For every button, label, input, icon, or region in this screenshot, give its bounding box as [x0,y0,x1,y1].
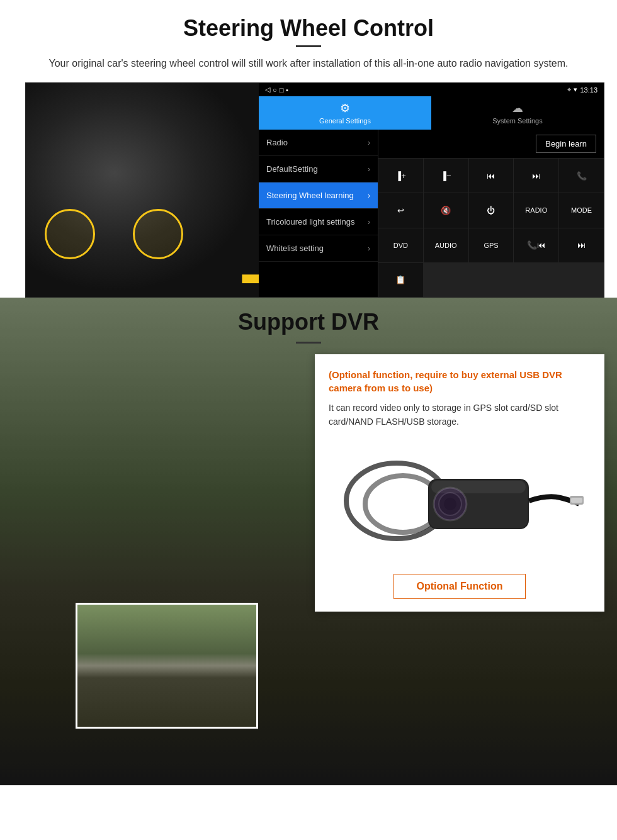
next-track-button[interactable]: ⏭ [514,159,558,193]
power-icon: ⏻ [487,206,495,215]
optional-function-button[interactable]: Optional Function [393,574,526,599]
android-panel: ◁ ○ □ ▪ ⌖ ▾ 13:13 ⚙ General Settings [259,83,604,297]
radio-btn-label: RADIO [525,206,547,214]
media-button-grid: ▐+ ▐− ⏮ ⏭ 📞 ↩ 🔇 ⏻ RADIO MODE DVD AUDIO G… [378,159,604,297]
chevron-icon: › [368,138,370,147]
section1-steering: Steering Wheel Control Your original car… [0,0,617,298]
dvr-thumbnail-photo [76,603,258,729]
chevron-icon: › [368,165,370,174]
settings-item-whitelist[interactable]: Whitelist setting › [259,235,378,262]
gps-btn-label: GPS [484,242,498,249]
chevron-icon: › [368,191,370,200]
recent-icon: □ [280,86,284,94]
begin-learn-row: Begin learn [378,130,604,159]
settings-item-steering[interactable]: Steering Wheel learning › [259,182,378,209]
dvr-info-card: (Optional function, require to buy exter… [315,354,604,612]
steering-wheel-background [26,83,259,297]
menu-icon: ▪ [286,86,288,94]
page-title: Steering Wheel Control [25,15,592,42]
gps-status-icon: ⌖ [567,86,571,94]
mode-button[interactable]: MODE [559,193,604,227]
audio-button[interactable]: AUDIO [424,228,468,262]
thumbnail-road-scene [77,605,256,727]
mute-button[interactable]: 🔇 [424,193,468,227]
svg-rect-9 [571,498,582,503]
status-right-icons: ⌖ ▾ 13:13 [567,86,597,94]
radio-label: Radio [266,138,288,147]
dvr-camera-illustration [329,438,591,564]
gear-tab-icon: ⚙ [340,101,350,115]
tab-system-settings[interactable]: ☁ System Settings [431,96,604,130]
begin-learn-button[interactable]: Begin learn [536,135,596,153]
tab-general-settings[interactable]: ⚙ General Settings [259,96,431,130]
vol-up-button[interactable]: ▐+ [378,159,423,193]
dvr-title-divider [296,342,321,344]
vol-down-button[interactable]: ▐− [424,159,468,193]
tricolour-label: Tricoloured light settings [266,217,354,227]
phone-prev-button[interactable]: 📞⏮ [514,228,558,262]
prev-track-button[interactable]: ⏮ [469,159,514,193]
steering-wheel-photo: ➡ [26,83,259,297]
subtitle-text: Your original car's steering wheel contr… [38,56,579,71]
whitelist-label: Whitelist setting [266,244,324,253]
nav-icons: ◁ ○ □ ▪ [265,86,288,94]
next-icon: ⏭ [532,171,540,181]
time-display: 13:13 [580,86,597,94]
tab-row: ⚙ General Settings ☁ System Settings [259,96,604,130]
settings-item-default[interactable]: DefaultSetting › [259,156,378,182]
settings-body: Radio › DefaultSetting › Steering Wheel … [259,130,604,297]
dvd-btn-label: DVD [393,242,408,249]
learn-panel: Begin learn ▐+ ▐− ⏮ ⏭ 📞 ↩ 🔇 ⏻ RADIO MODE [378,130,604,297]
system-tab-icon: ☁ [512,101,523,115]
phone-next-icon: ⏭ [577,240,586,250]
dvr-title: Support DVR [0,309,617,335]
steering-wheel-circle-right [133,209,183,259]
android-ui-screenshot: ➡ ◁ ○ □ ▪ ⌖ ▾ 13:13 ⚙ [25,82,604,298]
chevron-icon: › [368,218,370,227]
phone-icon: 📞 [577,171,587,181]
settings-item-radio[interactable]: Radio › [259,130,378,156]
dvr-optional-text: (Optional function, require to buy exter… [329,368,591,395]
section2-dvr: Support DVR (Optional function, require … [0,298,617,785]
svg-rect-10 [431,481,526,493]
gps-button[interactable]: GPS [469,228,514,262]
vol-down-icon: ▐− [441,171,451,181]
tab-system-label: System Settings [492,117,542,125]
phone-prev-icon: 📞⏮ [527,240,545,250]
power-button[interactable]: ⏻ [469,193,514,227]
mode-btn-label: MODE [571,206,592,214]
mute-icon: 🔇 [441,206,451,215]
steering-label: Steering Wheel learning [266,191,354,200]
home-icon: ○ [273,86,277,94]
status-bar: ◁ ○ □ ▪ ⌖ ▾ 13:13 [259,83,604,96]
back-icon: ◁ [265,86,270,94]
phone-button[interactable]: 📞 [559,159,604,193]
settings-item-tricolour[interactable]: Tricoloured light settings › [259,209,378,235]
vol-up-icon: ▐+ [395,171,406,181]
steering-wheel-circle-left [45,209,95,259]
back-button[interactable]: ↩ [378,193,423,227]
radio-button[interactable]: RADIO [514,193,558,227]
dvd-button[interactable]: DVD [378,228,423,262]
settings-list: Radio › DefaultSetting › Steering Wheel … [259,130,378,297]
back-media-icon: ↩ [397,206,404,215]
rec-button[interactable]: 📋 [378,263,423,297]
audio-btn-label: AUDIO [435,242,457,249]
wifi-icon: ▾ [574,86,577,94]
tab-general-label: General Settings [319,117,371,125]
chevron-icon: › [368,244,370,253]
title-divider [296,45,321,47]
dvr-desc-text: It can record video only to storage in G… [329,401,591,429]
prev-icon: ⏮ [487,171,495,181]
camera-svg [334,444,586,557]
phone-next-button[interactable]: ⏭ [559,228,604,262]
default-label: DefaultSetting [266,164,318,174]
rec-icon: 📋 [395,275,405,284]
